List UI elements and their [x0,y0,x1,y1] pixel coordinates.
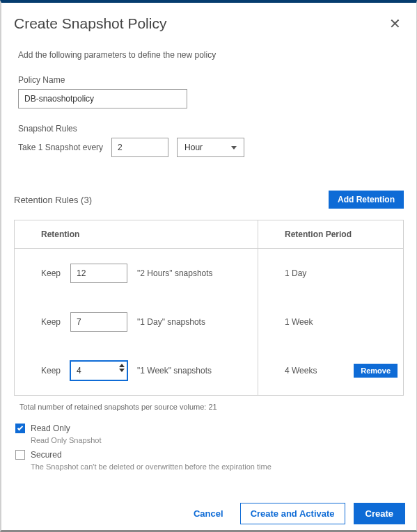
keep-count-input[interactable] [70,312,127,332]
col-retention: Retention [15,220,258,249]
create-activate-button[interactable]: Create and Activate [240,503,345,524]
remove-retention-button[interactable]: Remove [354,364,398,378]
retention-table: Retention Retention Period Keep"2 Hours"… [14,220,404,396]
keep-unit-label: "1 Day" snapshots [137,317,205,327]
intro-text: Add the following parameters to define t… [18,50,404,60]
chevron-down-icon [231,146,237,150]
add-retention-button[interactable]: Add Retention [329,191,404,209]
table-row: Keep"1 Day" snapshots1 Week [15,298,403,346]
read-only-label: Read Only [31,424,70,433]
snapshot-interval-input[interactable] [111,138,168,157]
stepper-down-icon[interactable] [119,369,125,372]
secured-sublabel: The Snapshot can't be deleted or overwri… [31,462,404,471]
keep-count-input[interactable] [70,264,127,283]
cancel-button[interactable]: Cancel [185,503,232,524]
keep-label: Keep [41,268,61,278]
retention-period-value: 4 Weeks [285,366,317,376]
create-button[interactable]: Create [354,503,405,524]
retention-total: Total number of retained snapshots per s… [14,396,404,411]
retention-period-value: 1 Week [285,317,313,327]
snapshot-rules-label: Snapshot Rules [18,124,404,134]
table-row: Keep"2 Hours" snapshots1 Day [15,249,403,298]
read-only-checkbox[interactable] [15,424,25,433]
dialog-create-snapshot-policy: Create Snapshot Policy ✕ Add the followi… [0,0,417,532]
read-only-sublabel: Read Only Snapshot [31,436,404,444]
col-retention-period: Retention Period [258,220,403,249]
retention-period-value: 1 Day [285,268,306,278]
keep-unit-label: "1 Week" snapshots [137,366,212,376]
stepper-up-icon[interactable] [119,364,125,367]
secured-label: Secured [31,450,62,460]
close-icon[interactable]: ✕ [386,15,404,32]
dialog-title: Create Snapshot Policy [14,15,166,32]
retention-rules-title: Retention Rules (3) [14,195,92,205]
keep-unit-label: "2 Hours" snapshots [137,268,213,278]
policy-name-input[interactable] [18,89,187,108]
policy-name-label: Policy Name [18,75,404,85]
keep-label: Keep [41,366,61,376]
snapshot-unit-value: Hour [184,143,203,152]
table-row: Keep"1 Week" snapshots4 WeeksRemove [15,346,403,395]
snapshot-rule-prefix: Take 1 Snapshot every [18,143,103,152]
keep-label: Keep [41,317,61,327]
snapshot-unit-select[interactable]: Hour [177,138,244,157]
secured-checkbox[interactable] [15,450,25,460]
